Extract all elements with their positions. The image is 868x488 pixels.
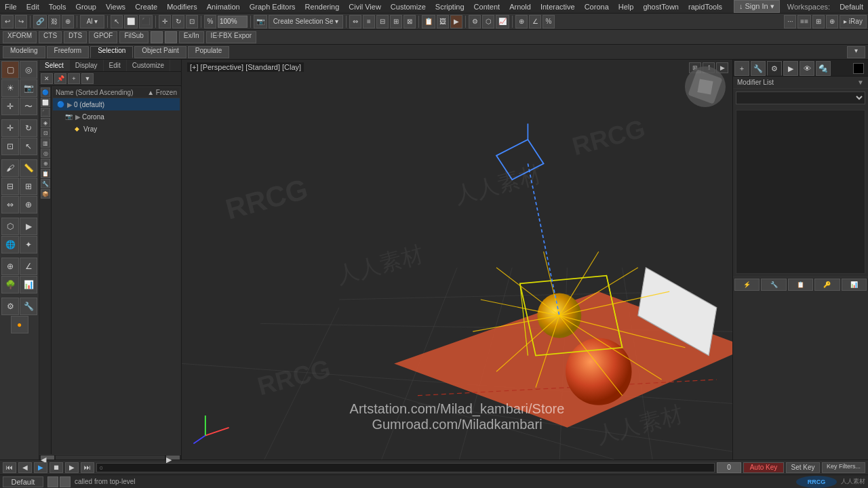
unlink-btn[interactable]: ⛓: [48, 15, 60, 28]
iray-btn[interactable]: ▸ iRay: [840, 15, 867, 28]
align-btn[interactable]: ≡: [363, 15, 375, 28]
select-region2-btn[interactable]: ⬛: [139, 15, 153, 28]
angle-snap-btn[interactable]: ∠: [529, 15, 541, 28]
extra2-btn[interactable]: ⊕: [826, 15, 838, 28]
rp-btab4[interactable]: 🔑: [814, 279, 840, 291]
xform-btn[interactable]: XFORM: [3, 31, 37, 43]
extra3-btn[interactable]: ●: [11, 316, 28, 333]
modeling-tab[interactable]: Modeling: [3, 46, 45, 58]
menu-customize[interactable]: Customize: [386, 1, 431, 12]
scene-tab-edit[interactable]: Edit: [104, 60, 127, 71]
cp-motion-tab[interactable]: ▶: [783, 61, 798, 76]
tree-item-vray[interactable]: ◆ Vray: [53, 123, 180, 135]
measure-btn[interactable]: 📏: [20, 159, 37, 177]
create-helpers-btn[interactable]: ✛: [1, 98, 19, 115]
scene-tab-select[interactable]: Select: [39, 60, 70, 71]
default-layer-btn[interactable]: Default: [3, 476, 43, 487]
ribbon-toggle-btn[interactable]: ≡≡: [797, 15, 811, 28]
scene-tb-add[interactable]: +: [68, 73, 80, 84]
svtb-btn8[interactable]: ⊕: [41, 159, 50, 168]
rotate-btn[interactable]: ↻: [172, 15, 184, 28]
set-key-btn[interactable]: Set Key: [786, 462, 820, 473]
scroll-right-btn[interactable]: ▶: [166, 455, 180, 460]
scene-tab-customize[interactable]: Customize: [127, 60, 170, 71]
next-frame-btn[interactable]: ▶: [65, 462, 79, 473]
cp-create-tab[interactable]: +: [734, 61, 749, 76]
menu-graph-editors[interactable]: Graph Editors: [245, 1, 300, 12]
ie-fbx-btn[interactable]: IE·FBX Expor: [206, 31, 257, 43]
svtb-btn11[interactable]: 📦: [41, 189, 50, 199]
mirror-btn[interactable]: ⇔: [349, 15, 361, 28]
rp-btab5[interactable]: 📊: [842, 279, 867, 291]
cts-btn[interactable]: CTS: [39, 31, 62, 43]
svtb-btn6[interactable]: ▥: [41, 138, 50, 148]
tree-item-0default[interactable]: 🔵 ▶ 0 (default): [53, 98, 180, 110]
menu-create[interactable]: Create: [130, 1, 162, 12]
render-setup-btn[interactable]: ⚙: [469, 15, 481, 28]
svtb-btn10[interactable]: 🔧: [41, 179, 50, 188]
viewport-3d[interactable]: [+] [Perspective] [Standard] [Clay] ⊞ ℹ …: [182, 60, 732, 460]
scene-xplorer-btn[interactable]: 🌳: [1, 276, 19, 293]
select-region-btn[interactable]: ⬜: [124, 15, 138, 28]
create-spacewarps-btn[interactable]: 〜: [20, 98, 37, 115]
play-btn[interactable]: ▶: [34, 462, 47, 473]
select-tool[interactable]: ↖: [20, 138, 37, 155]
selection-tab[interactable]: Selection: [90, 46, 133, 58]
snap-btn[interactable]: ⊕: [515, 15, 528, 28]
scale-tool[interactable]: ⊡: [1, 138, 19, 155]
camera-btn[interactable]: 📷: [254, 15, 267, 28]
extra1-btn[interactable]: ⚙: [1, 298, 19, 315]
render-btn[interactable]: ▶: [450, 15, 462, 28]
key-filters-btn[interactable]: Key Filters...: [822, 462, 865, 473]
bottom-btn1[interactable]: [47, 476, 58, 487]
create-sel-dropdown[interactable]: Create Selection Se ▾: [269, 15, 343, 28]
rotate-tool[interactable]: ↻: [20, 119, 37, 137]
scene-tb-pin[interactable]: 📌: [54, 73, 66, 84]
menu-views[interactable]: Views: [101, 1, 130, 12]
ribbon-more-btn[interactable]: ▾: [847, 46, 865, 58]
menu-edit[interactable]: Edit: [22, 1, 44, 12]
rp-btab3[interactable]: 📋: [788, 279, 813, 291]
bottom-btn2[interactable]: [60, 476, 71, 487]
populate-tab[interactable]: Populate: [188, 46, 229, 58]
bind-btn[interactable]: ⊕: [62, 15, 74, 28]
extra2-btn-l[interactable]: 🔧: [20, 298, 37, 315]
stop-btn[interactable]: ⏹: [50, 462, 63, 473]
create-geo-btn[interactable]: ▢: [1, 61, 19, 79]
timeline-track[interactable]: 0: [96, 463, 715, 472]
percent-snap2-btn[interactable]: %: [542, 15, 555, 28]
render-btn-left[interactable]: ▶: [20, 218, 37, 235]
frame-input[interactable]: [717, 462, 741, 473]
menu-corona[interactable]: Corona: [580, 1, 614, 12]
cp-utilities-tab[interactable]: 🔩: [816, 61, 831, 76]
exin-icon2[interactable]: [165, 31, 177, 43]
prev-key-btn[interactable]: ⏮: [3, 462, 16, 473]
gpof-btn[interactable]: GPOF: [89, 31, 117, 43]
menu-ghosttown[interactable]: ghostTown: [638, 1, 684, 12]
redo-btn[interactable]: ↪: [15, 15, 27, 28]
menu-animation[interactable]: Animation: [202, 1, 245, 12]
mirror-tool[interactable]: ⇔: [1, 196, 19, 214]
nav-cube[interactable]: [685, 66, 726, 107]
menu-rendering[interactable]: Rendering: [300, 1, 344, 12]
align4-btn[interactable]: ⊠: [403, 15, 416, 28]
menu-interactive[interactable]: Interactive: [536, 1, 580, 12]
select-obj-btn[interactable]: ↖: [111, 15, 123, 28]
move-btn[interactable]: ✛: [159, 15, 171, 28]
next-key-btn[interactable]: ⏭: [81, 462, 94, 473]
align-tool[interactable]: ⊟: [1, 178, 19, 195]
tools-extra-btn[interactable]: ···: [784, 15, 796, 28]
link-btn[interactable]: 🔗: [33, 15, 47, 28]
percent-input[interactable]: [218, 16, 248, 28]
exin-icon1[interactable]: [151, 31, 163, 43]
auto-key-btn[interactable]: Auto Key: [743, 462, 784, 473]
layers-btn[interactable]: 📋: [422, 15, 435, 28]
rp-btab2[interactable]: 🔧: [761, 279, 786, 291]
mat-editor-btn[interactable]: ⬡: [482, 15, 494, 28]
cp-hierarchy-tab[interactable]: ⚙: [767, 61, 782, 76]
workspaces-default[interactable]: Default: [835, 1, 868, 12]
menu-modifiers[interactable]: Modifiers: [162, 1, 202, 12]
clone-tool[interactable]: ⊕: [20, 196, 37, 214]
create-cameras-btn[interactable]: 📷: [20, 79, 37, 97]
cp-display-tab[interactable]: 👁: [800, 61, 814, 76]
